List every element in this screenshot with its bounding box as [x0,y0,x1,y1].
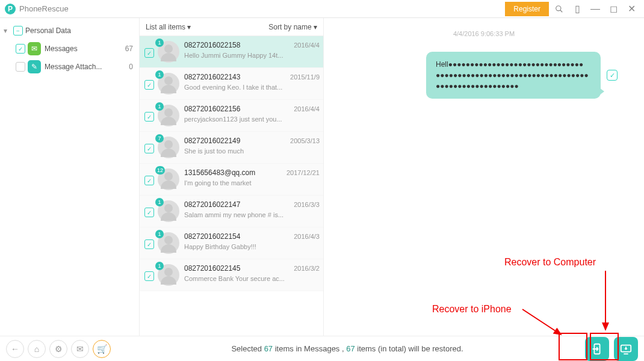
bubble-checkbox[interactable]: ✓ [607,70,618,81]
message-number: 08272016022147 [184,200,240,209]
title-bar: P PhoneRescue Register ▯ — ◻ ✕ [0,0,644,18]
message-checkbox[interactable]: ✓ [144,144,154,153]
message-date: 2015/11/9 [290,73,320,81]
avatar-icon: 1 [158,41,179,63]
maximize-icon[interactable]: ◻ [605,1,621,17]
message-preview: percyjackson1123 just sent you... [184,116,320,123]
message-checkbox[interactable]: ✓ [144,239,154,249]
avatar-icon: 12 [158,168,179,190]
close-icon[interactable]: ✕ [624,1,639,17]
message-list[interactable]: ✓1082720160221582016/4/4Hello Jummi Gumm… [140,36,323,336]
messages-icon: ✉ [28,42,41,55]
message-checkbox[interactable]: ✓ [144,271,154,281]
message-checkbox[interactable]: ✓ [144,176,154,185]
message-number: 1315656483@qq.com [184,168,255,177]
unread-badge: 1 [155,70,164,79]
message-row[interactable]: ✓1082720160221472016/3/3Salam ammi my ne… [140,196,323,227]
attachments-icon: ✎ [28,60,41,73]
message-row[interactable]: ✓1082720160221432015/11/9Good evening Ke… [140,68,323,100]
app-logo-icon: P [5,4,16,14]
message-date: 2016/3/2 [294,265,320,272]
list-filter-dropdown[interactable]: List all items ▾ [146,23,191,31]
minimize-icon[interactable]: — [587,1,603,17]
message-number: 08272016022145 [184,264,240,273]
svg-point-0 [556,5,561,10]
message-bubble: Hell●●●●●●●●●●●●●●●●●●●●●●●●●●●●●●● ●●●●… [426,52,601,99]
message-number: 08272016022154 [184,232,240,241]
recover-to-iphone-button[interactable] [585,337,609,361]
unread-badge: 1 [155,198,164,206]
message-row[interactable]: ✓1082720160221542016/4/3Happy Birthday G… [140,227,323,259]
message-preview: I'm going to the market [184,179,320,187]
message-date: 2016/3/3 [294,201,320,208]
sort-dropdown[interactable]: Sort by name ▾ [268,23,317,31]
footer: ← ⌂ ⚙ ✉ 🛒 Selected 67 items in Messages … [0,336,644,361]
messages-checkbox[interactable]: ✓ [16,44,25,54]
message-number: 08272016022149 [184,137,240,145]
avatar-icon: 1 [158,264,179,286]
unread-badge: 1 [155,102,164,111]
sidebar-item-label: Message Attach... [45,63,129,71]
root-checkbox[interactable]: − [13,26,23,35]
svg-line-1 [560,10,563,12]
unread-badge: 1 [155,230,164,238]
back-button[interactable]: ← [6,340,24,358]
message-row[interactable]: ✓121315656483@qq.com2017/12/21I'm going … [140,164,323,196]
tree-root-row[interactable]: ▾ − Personal Data [0,22,139,40]
status-text: Selected 67 items in Messages , 67 items… [114,344,580,353]
message-number: 08272016022158 [184,41,240,49]
message-row[interactable]: ✓1082720160221562016/4/4percyjackson1123… [140,100,323,132]
recover-to-computer-button[interactable] [614,337,638,361]
settings-button[interactable]: ⚙ [49,340,67,358]
message-list-panel: List all items ▾ Sort by name ▾ ✓1082720… [140,18,324,336]
sidebar-item-messages[interactable]: ✓ ✉ Messages 67 [0,40,139,58]
unread-badge: 1 [155,39,164,47]
message-row[interactable]: ✓1082720160221452016/3/2Commerce Bank Yo… [140,259,323,291]
svg-line-5 [522,309,561,335]
message-date: 2016/4/4 [294,105,320,113]
tree-root-label: Personal Data [25,26,139,35]
message-preview: Commerce Bank Your secure ac... [184,275,320,282]
unread-badge: 12 [155,166,165,174]
arrow-icon [521,308,569,338]
message-number: 08272016022156 [184,105,240,113]
avatar-icon: 1 [158,105,179,126]
message-row[interactable]: ✓1082720160221582016/4/4Hello Jummi Gumm… [140,36,323,68]
attachments-count: 0 [129,63,139,71]
avatar-icon: 1 [158,73,179,94]
mail-button[interactable]: ✉ [71,340,89,358]
annotation-recover-iphone: Recover to iPhone [432,304,512,315]
messages-count: 67 [125,45,139,53]
menu-icon[interactable]: ▯ [569,1,585,17]
message-row[interactable]: ✓7082720160221492005/3/13She is just too… [140,132,323,164]
register-button[interactable]: Register [505,2,549,16]
message-date: 2016/4/4 [294,42,320,49]
message-checkbox[interactable]: ✓ [144,48,154,58]
unread-badge: 7 [155,134,164,143]
home-button[interactable]: ⌂ [28,340,46,358]
attachments-checkbox[interactable]: ✓ [16,62,25,72]
message-date: 2017/12/21 [286,169,320,176]
message-preview: Good evening Keo. I take it that... [184,84,320,91]
annotation-recover-computer: Recover to Computer [504,257,596,268]
message-checkbox[interactable]: ✓ [144,80,154,90]
message-preview: Hello Jummi Gummy Happy 14t... [184,52,320,59]
message-preview: She is just too much [184,147,320,155]
avatar-icon: 1 [158,200,179,222]
message-checkbox[interactable]: ✓ [144,112,154,122]
message-preview: Salam ammi my new phone # is... [184,211,320,218]
message-date: 2016/4/3 [294,233,320,240]
avatar-icon: 7 [158,137,179,158]
chevron-down-icon[interactable]: ▾ [4,26,11,35]
app-title: PhoneRescue [19,4,69,13]
search-icon[interactable] [551,1,567,17]
message-number: 08272016022143 [184,73,240,81]
cart-button[interactable]: 🛒 [93,340,111,358]
list-header: List all items ▾ Sort by name ▾ [140,18,323,36]
message-date: 2005/3/13 [290,137,320,144]
avatar-icon: 1 [158,232,179,254]
sidebar: ▾ − Personal Data ✓ ✉ Messages 67 ✓ ✎ Me… [0,18,140,336]
sidebar-item-attachments[interactable]: ✓ ✎ Message Attach... 0 [0,58,139,76]
preview-timestamp: 4/4/2016 9:06:33 PM [324,30,644,37]
message-checkbox[interactable]: ✓ [144,208,154,217]
